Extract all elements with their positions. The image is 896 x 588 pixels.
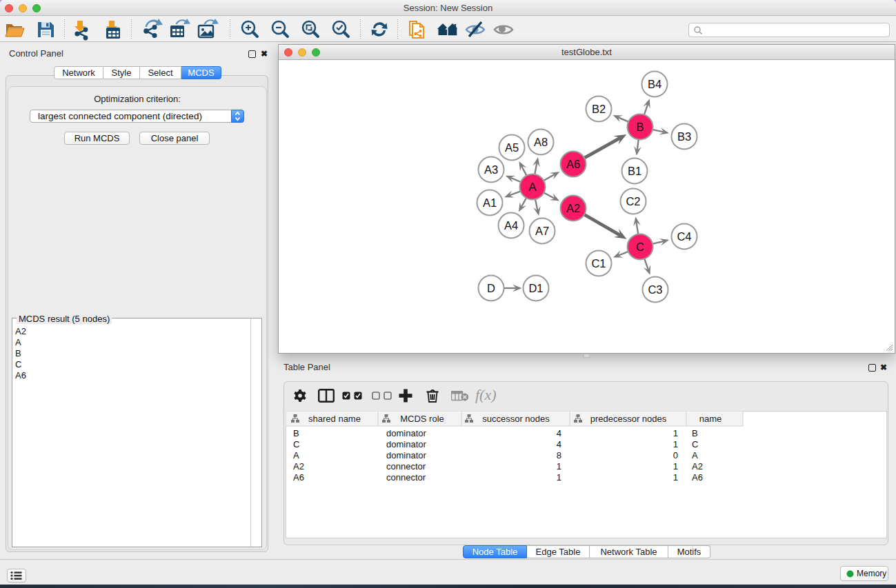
svg-text:0: 0	[673, 450, 678, 460]
svg-text:shared name: shared name	[308, 414, 361, 424]
svg-text:1: 1	[557, 472, 561, 483]
svg-text:MCDS role: MCDS role	[400, 414, 444, 424]
svg-text:1: 1	[673, 461, 678, 472]
svg-text:connector: connector	[386, 472, 426, 483]
svg-text:B1: B1	[628, 165, 641, 177]
svg-text:A: A	[692, 450, 698, 460]
svg-text:C: C	[636, 241, 644, 253]
svg-text:A2: A2	[692, 461, 703, 472]
svg-text:A6: A6	[293, 472, 304, 483]
svg-text:A6: A6	[692, 472, 703, 483]
svg-text:A7: A7	[535, 225, 549, 237]
svg-text:C4: C4	[677, 230, 691, 243]
svg-text:C: C	[692, 439, 698, 449]
svg-text:4: 4	[557, 439, 561, 449]
svg-text:successor nodes: successor nodes	[482, 414, 550, 424]
svg-text:B4: B4	[648, 78, 661, 90]
svg-text:A1: A1	[483, 196, 497, 209]
svg-text:B2: B2	[592, 103, 606, 115]
svg-text:D: D	[487, 282, 495, 294]
svg-text:A3: A3	[484, 163, 498, 176]
svg-text:C2: C2	[626, 195, 640, 207]
svg-text:A5: A5	[505, 141, 519, 154]
svg-text:B3: B3	[677, 130, 691, 143]
svg-text:dominator: dominator	[386, 428, 426, 438]
svg-text:A4: A4	[504, 219, 518, 232]
svg-text:C3: C3	[648, 283, 662, 296]
svg-text:C1: C1	[591, 257, 606, 270]
svg-text:name: name	[699, 414, 722, 424]
svg-text:A8: A8	[534, 136, 548, 148]
svg-text:A2: A2	[293, 461, 304, 472]
svg-text:B: B	[692, 428, 698, 438]
svg-text:1: 1	[673, 428, 678, 438]
svg-text:1: 1	[673, 439, 678, 449]
svg-text:A: A	[528, 181, 537, 194]
svg-text:D1: D1	[528, 282, 543, 294]
svg-text:A2: A2	[566, 202, 580, 214]
svg-text:predecessor nodes: predecessor nodes	[590, 414, 667, 424]
svg-text:A: A	[293, 450, 299, 460]
svg-text:A6: A6	[566, 158, 580, 170]
svg-text:1: 1	[673, 472, 678, 483]
svg-text:B: B	[293, 428, 299, 438]
svg-text:1: 1	[557, 461, 561, 472]
svg-text:dominator: dominator	[386, 450, 426, 460]
svg-text:connector: connector	[386, 461, 426, 472]
svg-text:8: 8	[557, 450, 561, 460]
svg-text:B: B	[636, 121, 644, 133]
svg-text:C: C	[293, 439, 299, 449]
svg-text:dominator: dominator	[386, 439, 426, 449]
svg-text:4: 4	[557, 428, 561, 438]
